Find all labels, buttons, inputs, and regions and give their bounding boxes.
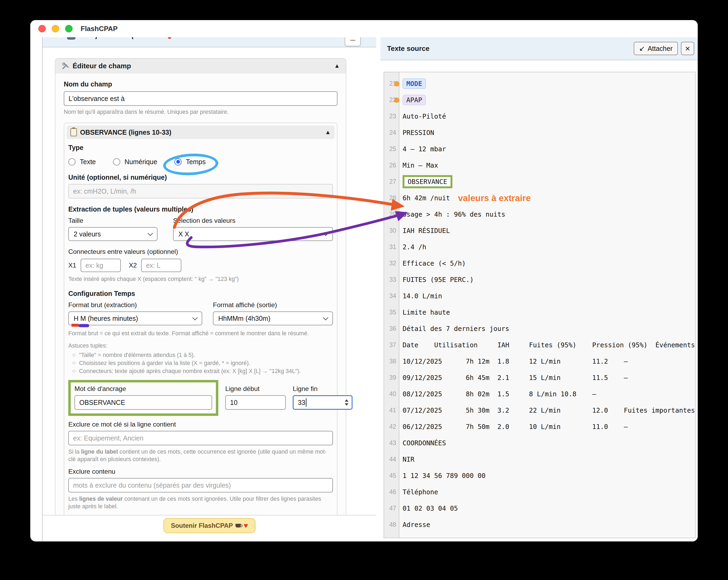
radio-texte[interactable]: Texte [68, 158, 96, 166]
line-content: MODE [399, 78, 426, 89]
source-line[interactable]: 32Efficace (< 5/h) [384, 255, 695, 271]
exclure-mot-input[interactable]: ex: Equipement, Ancien [68, 431, 333, 445]
minimize-window-button[interactable] [52, 25, 59, 32]
ligne-debut-input[interactable]: 10 [225, 395, 286, 410]
extract-values-annotation: valeurs à extraire [458, 193, 531, 203]
cropped-collapse-button[interactable] [345, 37, 361, 46]
line-content: Date Utilisation IAH Fuites (95%) Pressi… [399, 341, 695, 349]
number-stepper[interactable] [345, 399, 348, 406]
selection-select[interactable]: X X [173, 227, 333, 241]
source-line[interactable]: 27OBSERVANCE [384, 174, 695, 190]
source-line[interactable]: 23Auto-Piloté [384, 108, 695, 125]
source-line[interactable]: 286h 42m /nuitvaleurs à extraire [384, 190, 695, 206]
format-affiche-select[interactable]: HhMMm (4h30m) [213, 311, 333, 325]
radio-circle-icon [113, 158, 120, 165]
exclure-contenu-input[interactable]: mots à exclure du contenu (séparés par d… [68, 478, 333, 493]
editor-scroll-area[interactable]: Éditeur de champ ▲ Nom du champ L'observ… [43, 47, 376, 515]
radio-circle-icon [68, 158, 76, 165]
heart-icon: ♥ [243, 523, 248, 528]
ligne-fin-input[interactable]: 33 [293, 395, 353, 410]
source-line[interactable]: 46Téléphone [384, 484, 695, 500]
x2-input[interactable]: ex: L [141, 259, 181, 272]
format-affiche-label: Format affiché (sortie) [213, 301, 333, 309]
astuce-item: "Taille" = nombre d'éléments attendus (1… [73, 351, 333, 359]
line-number: 31 [384, 243, 399, 251]
line-number: 30 [384, 227, 399, 234]
stepper-down-icon[interactable] [345, 403, 348, 406]
source-line[interactable]: 451 12 34 56 789 000 00 [384, 468, 695, 484]
source-line[interactable]: 44NIR [384, 451, 695, 468]
source-line[interactable]: 33FUITES (95E PERC.) [384, 271, 695, 288]
radio-temps-selected[interactable]: Temps [174, 158, 206, 166]
anchor-input[interactable]: OBSERVANCE [75, 395, 212, 410]
source-line[interactable]: 43COORDONNÉES [384, 435, 695, 451]
screenshot-stage: FlashCPAP [0, 0, 728, 580]
field-name-input[interactable]: L'observance est à [64, 91, 337, 106]
source-code-viewer[interactable]: 21MODE22APAP23Auto-Piloté24PRESSION254 –… [384, 72, 696, 538]
exclure-contenu-help: Les lignes de valeur contenant un de ces… [68, 495, 333, 510]
source-line[interactable]: 4701 02 03 04 05 [384, 500, 695, 517]
anchor-keyword-highlight: OBSERVANCE [402, 175, 452, 188]
connecteurs-help: Texte inséré après chaque X (espaces com… [68, 275, 333, 283]
source-line[interactable]: 26Min – Max [384, 157, 695, 174]
type-label: Type [68, 144, 333, 152]
source-line[interactable]: 37Date Utilisation IAH Fuites (95%) Pres… [384, 337, 695, 353]
selection-label: Sélection des valeurs [173, 217, 333, 225]
source-line[interactable]: 30IAH RÉSIDUEL [384, 222, 695, 239]
observance-section-header[interactable]: OBSERVANCE (lignes 10-33) ▲ [67, 126, 335, 139]
zoom-window-button[interactable] [65, 25, 73, 32]
line-content: 01 02 03 04 05 [399, 504, 458, 512]
source-line[interactable]: 4008/12/2025 8h 02m 1.5 8 L/min 10.8 – [384, 386, 695, 402]
source-line[interactable]: 312.4 /h [384, 239, 695, 255]
support-button[interactable]: Soutenir FlashCPAP ♥ [163, 518, 256, 533]
chevron-down-icon [192, 315, 198, 320]
field-editor-card: Éditeur de champ ▲ Nom du champ L'observ… [55, 58, 346, 515]
line-content: Limite haute [399, 309, 450, 316]
source-line[interactable]: 29Usage > 4h : 96% des nuits [384, 206, 695, 222]
chevron-down-icon [323, 315, 329, 320]
line-number: 40 [384, 390, 399, 398]
keyword-badge[interactable]: APAP [402, 95, 426, 105]
collapse-icon[interactable]: ▲ [325, 129, 331, 136]
source-lines: 21MODE22APAP23Auto-Piloté24PRESSION254 –… [384, 72, 695, 533]
source-line[interactable]: 35Limite haute [384, 304, 695, 320]
source-line[interactable]: 4206/12/2025 7h 50m 2.0 10 L/min 11.0 – [384, 419, 695, 435]
source-line[interactable]: 4107/12/2025 5h 30m 3.2 22 L/min 12.0 Fu… [384, 402, 695, 419]
source-line[interactable]: 24PRESSION [384, 125, 695, 141]
line-number-with-marker-dot: 21 [384, 80, 399, 87]
collapse-icon[interactable]: ▲ [334, 62, 340, 69]
source-line[interactable]: 3909/12/2025 6h 45m 2.1 15 L/min 11.5 – [384, 370, 695, 386]
line-number: 38 [384, 358, 399, 365]
source-line[interactable]: 254 – 12 mbar [384, 141, 695, 157]
close-window-button[interactable] [38, 25, 46, 32]
source-line[interactable]: 3414.0 L/min [384, 288, 695, 304]
line-number: 28 [384, 194, 399, 202]
line-content: Détail des 7 derniers jours [399, 325, 509, 333]
cropped-text-fragment [132, 37, 133, 39]
source-line[interactable]: 48Adresse [384, 517, 695, 533]
source-line[interactable]: 22APAP [384, 92, 695, 108]
close-panel-button[interactable]: × [681, 42, 694, 55]
line-number: 39 [384, 374, 399, 381]
attach-button[interactable]: ↙ Attacher [634, 42, 678, 55]
taille-select[interactable]: 2 valeurs [68, 227, 157, 241]
line-content: Min – Max [399, 161, 438, 169]
line-content: Efficace (< 5/h) [399, 260, 466, 267]
stepper-up-icon[interactable] [345, 399, 348, 402]
observance-section-title: OBSERVANCE (lignes 10-33) [80, 129, 172, 136]
unite-input[interactable]: ex: cmH2O, L/min, /h [68, 184, 333, 199]
keyword-badge[interactable]: MODE [402, 78, 426, 89]
format-brut-select[interactable]: H M (heures minutes) [68, 311, 202, 325]
line-number: 46 [384, 489, 399, 496]
source-line[interactable]: 3810/12/2025 7h 12m 1.8 12 L/min 11.2 – [384, 353, 695, 370]
x1-input[interactable]: ex: kg [81, 259, 121, 272]
radio-numerique[interactable]: Numérique [113, 158, 157, 166]
astuces-list: "Taille" = nombre d'éléments attendus (1… [68, 351, 333, 375]
line-content: 2.4 /h [399, 243, 426, 251]
source-line[interactable]: 21MODE [384, 76, 695, 92]
field-editor-header[interactable]: Éditeur de champ ▲ [55, 59, 346, 73]
astuces-title: Astuces tuples: [68, 342, 333, 349]
line-number: 24 [384, 129, 399, 136]
line-content: 6h 42m /nuitvaleurs à extraire [399, 193, 531, 203]
source-line[interactable]: 36Détail des 7 derniers jours [384, 320, 695, 337]
